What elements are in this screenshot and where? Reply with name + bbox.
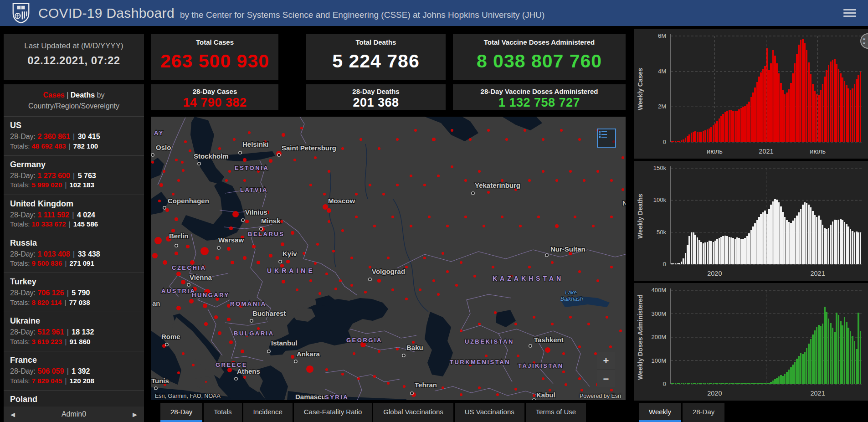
tab-totals[interactable]: Totals (204, 403, 241, 422)
country-28day-line: 28-Day: 2 360 861 | 30 415 (10, 132, 138, 142)
pager-right-icon[interactable]: ▶ (126, 411, 144, 418)
last-updated-label: Last Updated at (M/D/YYYY) (4, 41, 144, 51)
country-name: France (10, 355, 138, 365)
chart-tab-28-day[interactable]: 28-Day (683, 403, 724, 422)
country-row[interactable]: France28-Day: 506 059 | 1 392Totals: 7 8… (4, 351, 144, 391)
svg-text:Vilnius: Vilnius (245, 208, 267, 216)
tab-us-vaccinations[interactable]: US Vaccinations (455, 403, 524, 422)
svg-text:AUSTRIA: AUSTRIA (161, 288, 195, 294)
country-row[interactable]: Germany28-Day: 1 273 600 | 5 763Totals: … (4, 156, 144, 195)
svg-text:N: N (622, 199, 626, 207)
country-row[interactable]: US28-Day: 2 360 861 | 30 415Totals: 48 6… (4, 117, 144, 156)
country-28day-line: 28-Day: 706 126 | 5 790 (10, 288, 138, 298)
country-totals-line: Totals: 48 692 483 | 782 100 (10, 142, 138, 151)
svg-text:Rome: Rome (161, 333, 180, 340)
svg-text:Saint Petersburg: Saint Petersburg (282, 144, 336, 152)
svg-text:Tehran: Tehran (415, 381, 437, 389)
country-row[interactable]: Russia28-Day: 1 013 408 | 33 438Totals: … (4, 234, 144, 273)
svg-text:2020: 2020 (707, 270, 722, 277)
header-cases: Cases (43, 91, 65, 99)
svg-text:CZECHIA: CZECHIA (172, 264, 206, 271)
svg-text:2M: 2M (658, 103, 666, 110)
svg-text:2021: 2021 (810, 270, 825, 277)
country-28day-line: 28-Day: 506 059 | 1 392 (10, 366, 138, 376)
stat-box-28-day-cases: 28-Day Cases14 790 382 (151, 84, 278, 110)
zoom-in-button[interactable]: + (597, 352, 615, 370)
country-rows: US28-Day: 2 360 861 | 30 415Totals: 48 6… (4, 117, 144, 407)
app-header: COVID-19 Dashboard by the Center for Sys… (0, 0, 868, 26)
svg-text:6M: 6M (658, 32, 666, 39)
stat-box-28-day-deaths: 28-Day Deaths201 368 (306, 84, 446, 110)
country-row[interactable]: United Kingdom28-Day: 1 111 592 | 4 024T… (4, 195, 144, 234)
country-name: United Kingdom (10, 199, 138, 209)
stat-box-28-day-vaccine-doses-administered: 28-Day Vaccine Doses Administered1 132 7… (453, 84, 626, 110)
world-map[interactable]: OsloStockholmHelsinkiSaint PetersburgMos… (151, 117, 626, 400)
svg-text:Volgograd: Volgograd (372, 268, 405, 275)
svg-text:200M: 200M (651, 334, 666, 340)
country-row[interactable]: Turkey28-Day: 706 126 | 5 790Totals: 8 8… (4, 273, 144, 312)
svg-text:Bucharest: Bucharest (252, 309, 286, 317)
country-list-panel: Cases | Deaths by Country/Region/Soverei… (4, 84, 144, 407)
svg-text:июль: июль (810, 148, 826, 155)
map-attribution: Esri, Garmin, FAO, NOAA (155, 393, 221, 399)
menu-icon[interactable] (843, 7, 856, 18)
tab-terms-of-use[interactable]: Terms of Use (526, 403, 586, 422)
tab-global-vaccinations[interactable]: Global Vaccinations (373, 403, 453, 422)
country-row[interactable]: Poland28-Day: 505 393 | 6 562 (4, 391, 144, 407)
svg-text:UKRAINE: UKRAINE (267, 267, 315, 274)
chart-tab-weekly[interactable]: Weekly (639, 403, 681, 422)
country-totals-line: Totals: 8 820 114 | 77 038 (10, 298, 138, 307)
country-totals-line: Totals: 3 619 223 | 91 860 (10, 337, 138, 346)
admin-level-pager: ◀ Admin0 ▶ (4, 407, 144, 422)
last-updated-value: 02.12.2021, 07:22 (4, 54, 144, 67)
country-row[interactable]: Ukraine28-Day: 512 961 | 18 132Totals: 3… (4, 312, 144, 351)
svg-text:4M: 4M (658, 68, 666, 75)
stat-value: 201 368 (306, 96, 446, 110)
svg-text:LATVIA: LATVIA (240, 186, 268, 193)
tab-incidence[interactable]: Incidence (243, 403, 293, 422)
country-28day-line: 28-Day: 512 961 | 18 132 (10, 327, 138, 337)
stat-label: Total Deaths (306, 38, 446, 46)
svg-text:Weekly Cases: Weekly Cases (637, 68, 644, 110)
svg-text:Moscow: Moscow (328, 197, 355, 205)
country-28day-line: 28-Day: 1 111 592 | 4 024 (10, 210, 138, 220)
svg-text:Oslo: Oslo (156, 144, 171, 151)
svg-text:0: 0 (663, 139, 666, 145)
svg-text:Ankara: Ankara (297, 350, 320, 358)
zoom-out-button[interactable]: − (597, 370, 615, 388)
last-updated-panel: Last Updated at (M/D/YYYY) 02.12.2021, 0… (4, 34, 144, 80)
svg-text:HUNGARY: HUNGARY (192, 292, 230, 298)
country-28day-line: 28-Day: 1 013 408 | 33 438 (10, 249, 138, 259)
svg-text:0: 0 (663, 381, 666, 387)
svg-text:BELARUS: BELARUS (248, 231, 284, 237)
svg-text:Tashkent: Tashkent (534, 336, 564, 344)
country-totals-line: Totals: 9 500 836 | 271 091 (10, 259, 138, 268)
esri-attribution: Powered by Esri (580, 393, 621, 399)
svg-text:Athens: Athens (237, 367, 260, 375)
tab-case-fatality-ratio[interactable]: Case-Fatality Ratio (294, 403, 372, 422)
svg-text:Baku: Baku (406, 344, 423, 351)
svg-text:Vienna: Vienna (190, 273, 212, 281)
svg-text:100k: 100k (653, 196, 667, 203)
svg-text:100M: 100M (651, 357, 666, 364)
header-deaths: Deaths (71, 91, 95, 99)
pager-left-icon[interactable]: ◀ (4, 411, 22, 418)
tab-28-day[interactable]: 28-Day (160, 403, 202, 422)
country-list-header: Cases | Deaths by Country/Region/Soverei… (4, 84, 144, 117)
country-totals-line: Totals: 5 999 020 | 102 183 (10, 180, 138, 190)
page-title: COVID-19 Dashboard by the Center for Sys… (38, 5, 544, 21)
svg-text:Tunis: Tunis (151, 377, 169, 385)
svg-text:Berlin: Berlin (169, 232, 189, 240)
svg-text:Weekly Doses Administered: Weekly Doses Administered (637, 295, 644, 380)
svg-text:300M: 300M (651, 310, 666, 317)
stat-label: 28-Day Vaccine Doses Administered (453, 87, 626, 95)
stat-label: 28-Day Cases (151, 87, 278, 95)
country-name: Ukraine (10, 316, 138, 326)
stat-value: 14 790 382 (151, 96, 278, 110)
legend-button[interactable] (597, 129, 616, 148)
stat-box-total-cases: Total Cases263 500 930 (151, 34, 278, 80)
svg-text:2021: 2021 (810, 390, 825, 397)
svg-text:Yekaterinburg: Yekaterinburg (475, 181, 520, 189)
header-scope: Country/Region/Sovereignty (6, 101, 141, 112)
svg-text:KAZAKHSTAN: KAZAKHSTAN (493, 275, 564, 282)
